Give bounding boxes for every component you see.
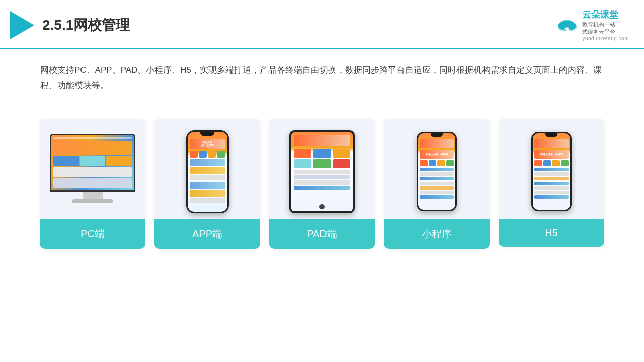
tablet-row-3 xyxy=(294,180,350,185)
phone-row-6 xyxy=(190,198,225,203)
phone-row-1 xyxy=(190,159,225,166)
mini-header-mp xyxy=(420,139,454,148)
tablet-item-2 xyxy=(313,149,331,158)
phone-header-app: 职通人的第一堂网课 xyxy=(190,139,225,149)
mini-phone-mockup-h5: 职通人的第一堂网课 xyxy=(531,132,572,211)
phone-notch-app xyxy=(200,132,214,136)
brand-tagline-2: 式服务云平台 xyxy=(582,28,629,35)
brand-name: 云朵课堂 xyxy=(582,9,629,21)
monitor-block-1 xyxy=(53,141,132,155)
desktop-mockup xyxy=(50,134,135,209)
monitor-block-5 xyxy=(53,167,132,177)
tablet-item-1 xyxy=(294,149,311,158)
card-pad-label: PAD端 xyxy=(269,219,375,249)
tablet-item-5 xyxy=(313,159,331,168)
cards-container: PC端 职通人的第一堂网课 xyxy=(0,109,644,259)
tablet-mockup-pad xyxy=(289,130,355,213)
phone-row-2 xyxy=(190,167,225,174)
monitor-content xyxy=(53,141,132,188)
mini-icon-4 xyxy=(446,160,454,166)
mini-row-h5-3 xyxy=(534,177,569,180)
tablet-item-3 xyxy=(333,149,350,158)
mini-title-mp: 职通人的第一堂网课 xyxy=(426,153,448,156)
tablet-screen-pad xyxy=(291,132,353,211)
mini-row-h5-4 xyxy=(534,182,569,185)
phone-icon-2 xyxy=(199,151,207,158)
mini-icons-mp xyxy=(420,160,454,166)
phone-icon-3 xyxy=(208,151,216,158)
mini-phone-notch-mp xyxy=(431,133,443,137)
cloud-logo-icon xyxy=(555,16,579,34)
mini-title-h5: 职通人的第一堂网课 xyxy=(540,153,563,156)
monitor-block-3 xyxy=(80,156,106,166)
card-app: 职通人的第一堂网课 xyxy=(154,119,260,249)
tablet-rows xyxy=(294,170,350,190)
phone-icons-app xyxy=(190,151,225,158)
mini-icon-2 xyxy=(429,160,437,166)
monitor-body xyxy=(50,134,135,192)
mini-icon-1 xyxy=(420,160,428,166)
tablet-row-2 xyxy=(294,175,350,179)
brand-text: 云朵课堂 教育机构一站 式服务云平台 yunduoketang.com xyxy=(582,9,629,42)
brand-tagline-1: 教育机构一站 xyxy=(582,21,629,28)
phone-icon-1 xyxy=(190,151,198,158)
mini-row-h5-5 xyxy=(534,186,569,190)
mini-row-5 xyxy=(420,186,454,190)
monitor-block-2 xyxy=(53,156,79,166)
phone-row-5 xyxy=(190,190,225,197)
mini-row-h5-6 xyxy=(534,191,569,194)
tablet-row-1 xyxy=(294,170,350,174)
page-title: 2.5.1网校管理 xyxy=(42,16,130,35)
header-right: 云朵课堂 教育机构一站 式服务云平台 yunduoketang.com xyxy=(555,9,629,42)
monitor-screen xyxy=(51,135,134,190)
phone-row-3 xyxy=(190,175,225,180)
tablet-home-btn xyxy=(319,204,325,209)
description-paragraph: 网校支持PC、APP、PAD、小程序、H5，实现多端打通，产品各终端自由切换，数… xyxy=(40,63,604,94)
mini-icon-h5-2 xyxy=(543,160,551,166)
phone-row-4 xyxy=(190,182,225,189)
mini-rows-h5 xyxy=(534,168,569,199)
mini-icon-h5-4 xyxy=(561,160,569,166)
card-pc: PC端 xyxy=(40,119,145,249)
monitor-base xyxy=(72,199,113,203)
tablet-item-6 xyxy=(333,159,350,168)
phone-screen-app: 职通人的第一堂网课 xyxy=(188,132,227,212)
header-left: 2.5.1网校管理 xyxy=(10,11,130,39)
card-h5-image: 职通人的第一堂网课 xyxy=(499,119,604,219)
monitor-nav-bar xyxy=(53,137,132,139)
brand-logo: 云朵课堂 教育机构一站 式服务云平台 yunduoketang.com xyxy=(555,9,629,42)
mini-phone-notch-h5 xyxy=(545,133,557,137)
page-header: 2.5.1网校管理 云朵课堂 教育机构一站 式服务云平台 yunduoketan… xyxy=(0,0,644,49)
card-app-label: APP端 xyxy=(154,219,260,249)
mini-phone-mockup-mp: 职通人的第一堂网课 xyxy=(417,132,457,211)
card-pc-label: PC端 xyxy=(40,219,145,249)
phone-icon-4 xyxy=(217,151,225,158)
logo-arrow-icon xyxy=(10,11,34,39)
mini-row-6 xyxy=(420,191,454,194)
card-miniprogram-image: 职通人的第一堂网课 xyxy=(384,119,490,219)
phone-header-text-app: 职通人的第一堂网课 xyxy=(201,141,214,147)
mini-row-h5-2 xyxy=(534,172,569,176)
mini-phone-screen-mp: 职通人的第一堂网课 xyxy=(418,133,455,210)
tablet-grid xyxy=(294,149,350,168)
monitor-block-4 xyxy=(106,156,132,166)
tablet-header-bar xyxy=(294,135,350,146)
mini-icon-h5-3 xyxy=(552,160,560,166)
mini-rows-mp xyxy=(420,168,454,199)
mini-row-3 xyxy=(420,177,454,180)
brand-url: yunduoketang.com xyxy=(582,35,629,42)
mini-phone-screen-h5: 职通人的第一堂网课 xyxy=(533,133,570,210)
monitor-block-6 xyxy=(53,178,132,188)
mini-icons-h5 xyxy=(534,160,569,166)
card-h5-label: H5 xyxy=(499,219,604,247)
mini-icon-3 xyxy=(437,160,445,166)
mini-header-h5 xyxy=(534,139,569,148)
tablet-item-4 xyxy=(294,159,311,168)
mini-row-h5-7 xyxy=(534,195,569,199)
tablet-row-4 xyxy=(294,186,350,190)
description-text: 网校支持PC、APP、PAD、小程序、H5，实现多端打通，产品各终端自由切换，数… xyxy=(0,49,644,104)
card-miniprogram: 职通人的第一堂网课 xyxy=(384,119,490,249)
mini-row-1 xyxy=(420,168,454,171)
card-h5: 职通人的第一堂网课 xyxy=(499,119,604,247)
phone-mockup-app: 职通人的第一堂网课 xyxy=(186,130,229,213)
